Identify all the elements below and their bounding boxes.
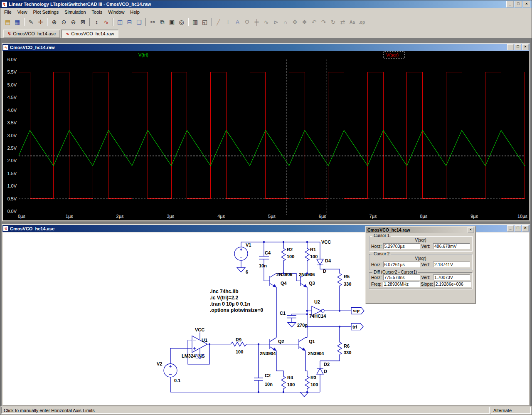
component-r1[interactable]: R1 100	[305, 247, 318, 261]
minimize-icon[interactable]: _	[507, 44, 514, 50]
cursor1-horz-field[interactable]	[383, 243, 420, 249]
component-c2[interactable]: C2 10n	[254, 373, 273, 387]
undo-icon: ↶	[309, 17, 319, 27]
minimize-icon[interactable]: _	[507, 225, 514, 232]
cursor1-vert-field[interactable]	[433, 243, 470, 249]
waveform-plot[interactable]: 6.0V5.5V5.0V4.5V4.0V3.5V3.0V2.5V2.0V1.5V…	[3, 51, 529, 220]
component-q1[interactable]: Q1 2N3904	[299, 338, 324, 376]
component-d4[interactable]: D4 D	[317, 258, 331, 274]
y-axis-tick-label: 3.5V	[7, 120, 17, 125]
y-axis-tick-label: 0.0V	[7, 209, 17, 214]
menu-item-help[interactable]: Help	[127, 9, 143, 15]
close-icon[interactable]: ×	[468, 227, 474, 233]
svg-text:C1: C1	[280, 311, 286, 316]
component-r6[interactable]: R6 330	[337, 342, 351, 355]
menu-item-window[interactable]: Window	[105, 9, 127, 15]
capacitor-icon: ╪	[252, 17, 261, 27]
menu-item-plot-settings[interactable]: Plot Settings	[30, 9, 62, 15]
find-icon[interactable]: ◎	[177, 17, 186, 27]
restore-icon[interactable]: □	[515, 44, 521, 50]
menu-item-simulation[interactable]: Simulation	[62, 9, 89, 15]
zoom-back-icon[interactable]: ⊙	[59, 17, 69, 27]
cursor2-horz-field[interactable]	[383, 262, 420, 267]
diff-slope-field[interactable]	[434, 281, 471, 287]
waveform-titlebar[interactable]: ∿ CmosVCO_hc14.raw _ □ ×	[2, 44, 530, 51]
cursor2-vert-field[interactable]	[433, 262, 470, 267]
cursor-dialog-titlebar[interactable]: CmosVCO_hc14.raw ×	[366, 227, 475, 233]
text-icon: Aa	[347, 17, 357, 27]
menu-item-view[interactable]: View	[15, 9, 30, 15]
component-r9[interactable]: R9 100	[231, 337, 247, 354]
statusbar: Click to manually enter Horizontal Axis …	[0, 406, 532, 415]
copy-icon[interactable]: ⧉	[158, 17, 167, 27]
inductor-icon: ∿	[261, 17, 271, 27]
close-button[interactable]: ×	[523, 1, 530, 7]
legend-vtri[interactable]: V(tri)	[138, 52, 148, 57]
component-r4[interactable]: R4 100	[281, 375, 295, 392]
tile-vertical-icon[interactable]: ◫	[115, 17, 125, 27]
component-q2[interactable]: Q2 2N3904	[260, 338, 284, 376]
titlebar[interactable]: ↯ Linear Technology LTspice/SwitcherCAD …	[0, 0, 532, 8]
ground-icon: ⊥	[223, 17, 233, 27]
tab-cmosvco-raw[interactable]: ∿ CmosVCO_hc14.raw	[61, 30, 119, 38]
net-flag-tri[interactable]: tri	[351, 324, 363, 330]
svg-text:10n: 10n	[259, 263, 267, 268]
restore-icon[interactable]: □	[515, 225, 521, 232]
freq-label: Freq:	[371, 282, 382, 287]
print-icon[interactable]: ▥	[190, 17, 200, 27]
diff-vert-field[interactable]	[433, 274, 470, 280]
component-d2[interactable]: D2 D	[317, 362, 330, 374]
spice-directives[interactable]: .inc 74hc.lib .ic V(tri)=2.2 .tran 0 10µ…	[210, 289, 264, 313]
tab-cmosvco-asc[interactable]: ↯ CmosVCO_hc14.asc	[3, 30, 60, 38]
net-label-vcc[interactable]: VCC	[195, 327, 204, 332]
print-preview-icon[interactable]: ◱	[200, 17, 209, 27]
new-schematic-icon[interactable]: ✎	[26, 17, 36, 27]
plot-settings-icon[interactable]: ∿	[101, 17, 111, 27]
horz-label: Horz:	[371, 244, 382, 249]
component-c4[interactable]: C4 10n	[259, 250, 271, 268]
menu-item-tools[interactable]: Tools	[89, 9, 106, 15]
x-axis-tick-label: 8µs	[420, 214, 427, 219]
cascade-icon[interactable]: ❏	[134, 17, 144, 27]
save-icon[interactable]: ▦	[12, 17, 22, 27]
resistor-icon: Ω	[242, 17, 252, 27]
legend-vsqr[interactable]: V(sqr)	[386, 52, 399, 57]
component-r5[interactable]: R5 330	[337, 273, 351, 287]
component-v2[interactable]: V2 0.1	[157, 361, 180, 383]
menu-item-file[interactable]: File	[1, 9, 15, 15]
net-flag-sqr[interactable]: sqr	[351, 307, 364, 314]
component-r3[interactable]: R3 100	[305, 375, 318, 392]
net-label-vcc[interactable]: VCC	[321, 240, 331, 245]
maximize-button[interactable]: □	[515, 1, 522, 7]
cut-icon[interactable]: ✂	[148, 17, 158, 27]
component-q3[interactable]: Q3 2N3906	[299, 272, 315, 337]
diff-freq-field[interactable]	[383, 281, 420, 287]
app-icon: ↯	[2, 2, 7, 7]
vert-label: Vert:	[421, 262, 432, 267]
schematic-window-title: CmosVCO_hc14.asc	[10, 226, 54, 231]
y-axis-tick-label: 5.0V	[7, 82, 17, 87]
slope-label: Slope:	[421, 282, 433, 287]
autorange-icon[interactable]: ↕	[92, 17, 101, 27]
tile-horizontal-icon[interactable]: ⊟	[125, 17, 134, 27]
paste-icon[interactable]: ▣	[167, 17, 177, 27]
close-icon[interactable]: ×	[522, 44, 529, 50]
zoom-out-icon[interactable]: ⊖	[69, 17, 78, 27]
diff-horz-field[interactable]	[383, 274, 420, 280]
component-q4[interactable]: Q4 2N3906	[270, 272, 300, 337]
schematic-tab-icon: ↯	[7, 31, 11, 37]
plot-background	[3, 51, 529, 220]
zoom-in-icon[interactable]: ⊕	[49, 17, 59, 27]
svg-text:270p: 270p	[297, 323, 308, 328]
component-r2[interactable]: R2 100	[281, 247, 294, 261]
control-panel-icon[interactable]: ✛	[36, 17, 45, 27]
close-icon[interactable]: ×	[522, 225, 529, 232]
cursor2-group-label: Cursor 2	[372, 252, 391, 256]
y-axis-tick-label: 6.0V	[7, 57, 17, 62]
svg-text:tri: tri	[352, 324, 357, 329]
zoom-full-extents-icon[interactable]: ⊠	[78, 17, 88, 27]
open-icon[interactable]: ▤	[3, 17, 12, 27]
svg-text:Q4: Q4	[281, 281, 287, 286]
component-u2-inverter[interactable]: U2 74HC14	[309, 299, 326, 319]
minimize-button[interactable]: _	[506, 1, 514, 7]
